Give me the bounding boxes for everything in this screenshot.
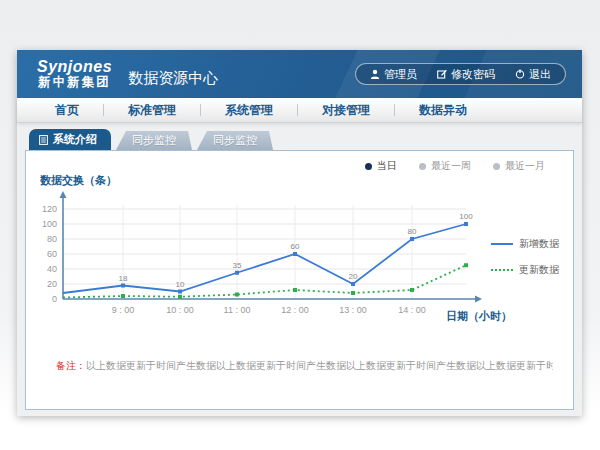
user-button[interactable]: 管理员 <box>360 67 427 82</box>
page-title: 数据资源中心 <box>128 69 218 88</box>
brand-logo-en: Synjones <box>37 59 112 76</box>
tab-sync-monitor-2[interactable]: 同步监控 <box>197 131 273 150</box>
tab-label: 系统介绍 <box>53 132 97 147</box>
nav-item-connection-mgmt[interactable]: 对接管理 <box>298 102 394 119</box>
period-option-today[interactable]: 当日 <box>365 159 397 173</box>
svg-text:100: 100 <box>42 219 57 229</box>
period-option-last-month[interactable]: 最近一月 <box>493 159 545 173</box>
svg-text:12 : 00: 12 : 00 <box>281 305 309 315</box>
radio-dot-icon <box>365 163 372 170</box>
content-area: 系统介绍 同步监控 同步监控 当日 最近一周 <box>17 124 582 416</box>
x-axis-title: 日期（小时） <box>446 309 512 324</box>
period-option-last-week[interactable]: 最近一周 <box>419 159 471 173</box>
brand-logo: Synjones 新中新集团 <box>37 59 112 89</box>
page-card: Synjones 新中新集团 数据资源中心 管理员 修改密码 退出 <box>17 50 582 416</box>
svg-text:9 : 00: 9 : 00 <box>112 305 135 315</box>
radio-dot-icon <box>493 163 500 170</box>
user-label: 管理员 <box>384 67 417 82</box>
svg-text:10 : 00: 10 : 00 <box>166 305 194 315</box>
power-icon <box>515 69 525 79</box>
svg-text:14 : 00: 14 : 00 <box>398 305 426 315</box>
user-icon <box>370 69 380 79</box>
period-label: 最近一周 <box>431 159 471 173</box>
svg-text:13 : 00: 13 : 00 <box>339 305 367 315</box>
tab-label: 同步监控 <box>213 133 257 148</box>
svg-text:20: 20 <box>47 279 57 289</box>
brand-logo-cn: 新中新集团 <box>37 76 112 89</box>
tab-sync-monitor-1[interactable]: 同步监控 <box>116 131 192 150</box>
svg-text:80: 80 <box>47 234 57 244</box>
legend-entry-new-data: 新增数据 <box>491 237 567 251</box>
svg-text:40: 40 <box>47 264 57 274</box>
solid-line-icon <box>491 243 513 245</box>
footnote-prefix: 备注： <box>56 360 86 371</box>
tab-strip: 系统介绍 同步监控 同步监控 <box>29 129 273 150</box>
legend-label: 新增数据 <box>519 237 559 251</box>
period-label: 当日 <box>377 159 397 173</box>
period-filter: 当日 最近一周 最近一月 <box>365 159 545 173</box>
svg-text:100: 100 <box>459 212 473 221</box>
svg-text:20: 20 <box>349 272 358 281</box>
svg-text:60: 60 <box>291 242 300 251</box>
radio-dot-icon <box>419 163 426 170</box>
main-nav: 首页 标准管理 系统管理 对接管理 数据异动 <box>17 98 582 123</box>
legend-label: 更新数据 <box>519 263 559 277</box>
line-chart: 0204060801001209 : 0010 : 0011 : 0012 : … <box>26 191 504 341</box>
document-icon <box>39 135 48 145</box>
footnote-text: 以上数据更新于时间产生数据以上数据更新于时间产生数据以上数据更新于时间产生数据以… <box>86 360 553 371</box>
period-label: 最近一月 <box>505 159 545 173</box>
dotted-line-icon <box>491 269 513 271</box>
change-password-label: 修改密码 <box>451 67 495 82</box>
edit-icon <box>437 69 447 79</box>
tab-label: 同步监控 <box>132 133 176 148</box>
footnote: 备注：以上数据更新于时间产生数据以上数据更新于时间产生数据以上数据更新于时间产生… <box>56 359 553 373</box>
nav-item-data-changes[interactable]: 数据异动 <box>395 102 491 119</box>
svg-text:10: 10 <box>176 280 185 289</box>
series-legend: 新增数据 更新数据 <box>491 237 567 289</box>
logout-button[interactable]: 退出 <box>505 67 561 82</box>
svg-text:60: 60 <box>47 249 57 259</box>
legend-entry-update-data: 更新数据 <box>491 263 567 277</box>
svg-text:80: 80 <box>408 227 417 236</box>
nav-item-system-mgmt[interactable]: 系统管理 <box>201 102 297 119</box>
chart-panel: 当日 最近一周 最近一月 数据交换（条） 0204060801001209 : … <box>25 150 574 410</box>
app-header: Synjones 新中新集团 数据资源中心 管理员 修改密码 退出 <box>17 50 582 98</box>
tab-system-intro[interactable]: 系统介绍 <box>29 129 111 150</box>
change-password-button[interactable]: 修改密码 <box>427 67 505 82</box>
nav-item-home[interactable]: 首页 <box>31 102 103 119</box>
svg-text:18: 18 <box>119 274 128 283</box>
y-axis-title: 数据交换（条） <box>40 173 117 188</box>
svg-text:11 : 00: 11 : 00 <box>224 305 251 315</box>
logout-label: 退出 <box>529 67 551 82</box>
nav-item-standard-mgmt[interactable]: 标准管理 <box>104 102 200 119</box>
user-toolbar: 管理员 修改密码 退出 <box>355 63 566 85</box>
svg-text:35: 35 <box>233 261 242 270</box>
svg-text:0: 0 <box>52 294 57 304</box>
svg-text:120: 120 <box>42 204 57 214</box>
